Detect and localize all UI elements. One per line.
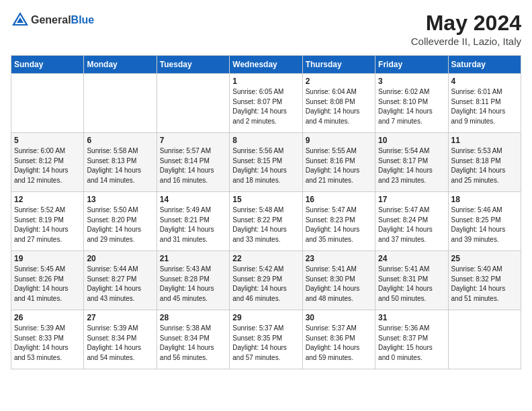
calendar-day-cell: 15Sunrise: 5:48 AMSunset: 8:22 PMDayligh… bbox=[230, 192, 302, 251]
calendar-day-cell: 25Sunrise: 5:40 AMSunset: 8:32 PMDayligh… bbox=[448, 251, 521, 310]
day-info: Sunrise: 6:02 AMSunset: 8:10 PMDaylight:… bbox=[378, 87, 445, 126]
day-number: 5 bbox=[14, 136, 81, 145]
day-number: 13 bbox=[87, 195, 153, 204]
calendar-day-cell: 2Sunrise: 6:04 AMSunset: 8:08 PMDaylight… bbox=[302, 74, 375, 133]
day-number: 18 bbox=[451, 195, 518, 204]
day-info: Sunrise: 5:52 AMSunset: 8:19 PMDaylight:… bbox=[14, 205, 81, 244]
calendar-day-cell: 6Sunrise: 5:58 AMSunset: 8:13 PMDaylight… bbox=[84, 133, 157, 192]
day-info: Sunrise: 5:49 AMSunset: 8:21 PMDaylight:… bbox=[160, 205, 226, 244]
weekday-header-saturday: Saturday bbox=[448, 56, 521, 74]
day-info: Sunrise: 5:36 AMSunset: 8:37 PMDaylight:… bbox=[378, 324, 445, 363]
day-number: 24 bbox=[378, 254, 445, 263]
weekday-header-friday: Friday bbox=[375, 56, 448, 74]
day-number: 8 bbox=[232, 136, 299, 145]
calendar-day-cell: 23Sunrise: 5:41 AMSunset: 8:30 PMDayligh… bbox=[302, 251, 375, 310]
calendar-day-cell: 28Sunrise: 5:38 AMSunset: 8:34 PMDayligh… bbox=[157, 310, 229, 369]
calendar-day-cell: 16Sunrise: 5:47 AMSunset: 8:23 PMDayligh… bbox=[302, 192, 375, 251]
day-number: 2 bbox=[306, 77, 372, 86]
day-info: Sunrise: 5:38 AMSunset: 8:34 PMDaylight:… bbox=[160, 324, 226, 363]
day-number: 28 bbox=[160, 313, 226, 322]
calendar-week-row: 19Sunrise: 5:45 AMSunset: 8:26 PMDayligh… bbox=[11, 251, 521, 310]
day-number: 15 bbox=[232, 195, 299, 204]
day-number: 4 bbox=[451, 77, 518, 86]
day-info: Sunrise: 5:53 AMSunset: 8:18 PMDaylight:… bbox=[451, 146, 518, 185]
day-info: Sunrise: 5:43 AMSunset: 8:28 PMDaylight:… bbox=[160, 265, 226, 304]
calendar-day-cell: 18Sunrise: 5:46 AMSunset: 8:25 PMDayligh… bbox=[448, 192, 521, 251]
day-info: Sunrise: 5:46 AMSunset: 8:25 PMDaylight:… bbox=[451, 205, 518, 244]
logo-icon bbox=[11, 11, 30, 30]
day-info: Sunrise: 6:01 AMSunset: 8:11 PMDaylight:… bbox=[451, 87, 518, 126]
calendar-day-cell: 14Sunrise: 5:49 AMSunset: 8:21 PMDayligh… bbox=[157, 192, 229, 251]
logo-general-text: General bbox=[31, 14, 71, 26]
title-area: May 2024 Colleverde II, Lazio, Italy bbox=[411, 11, 521, 47]
page-header: GeneralBlue May 2024 Colleverde II, Lazi… bbox=[11, 11, 521, 47]
calendar-day-cell: 3Sunrise: 6:02 AMSunset: 8:10 PMDaylight… bbox=[375, 74, 448, 133]
day-info: Sunrise: 5:45 AMSunset: 8:26 PMDaylight:… bbox=[14, 265, 81, 304]
day-number: 29 bbox=[232, 313, 299, 322]
weekday-header-tuesday: Tuesday bbox=[157, 56, 229, 74]
day-number: 21 bbox=[160, 254, 226, 263]
day-number: 23 bbox=[306, 254, 372, 263]
location-subtitle: Colleverde II, Lazio, Italy bbox=[411, 36, 521, 47]
day-info: Sunrise: 5:56 AMSunset: 8:15 PMDaylight:… bbox=[232, 146, 299, 185]
day-number: 11 bbox=[451, 136, 518, 145]
day-info: Sunrise: 5:40 AMSunset: 8:32 PMDaylight:… bbox=[451, 265, 518, 304]
day-number: 12 bbox=[14, 195, 81, 204]
weekday-header-wednesday: Wednesday bbox=[230, 56, 302, 74]
day-info: Sunrise: 5:55 AMSunset: 8:16 PMDaylight:… bbox=[306, 146, 372, 185]
calendar-day-cell: 1Sunrise: 6:05 AMSunset: 8:07 PMDaylight… bbox=[230, 74, 302, 133]
calendar-day-cell: 12Sunrise: 5:52 AMSunset: 8:19 PMDayligh… bbox=[11, 192, 84, 251]
calendar-day-cell: 30Sunrise: 5:37 AMSunset: 8:36 PMDayligh… bbox=[302, 310, 375, 369]
month-title: May 2024 bbox=[411, 11, 521, 36]
day-info: Sunrise: 5:48 AMSunset: 8:22 PMDaylight:… bbox=[232, 205, 299, 244]
day-info: Sunrise: 5:44 AMSunset: 8:27 PMDaylight:… bbox=[87, 265, 153, 304]
calendar-week-row: 1Sunrise: 6:05 AMSunset: 8:07 PMDaylight… bbox=[11, 74, 521, 133]
calendar-day-cell: 9Sunrise: 5:55 AMSunset: 8:16 PMDaylight… bbox=[302, 133, 375, 192]
calendar-table: SundayMondayTuesdayWednesdayThursdayFrid… bbox=[11, 55, 521, 369]
calendar-day-cell: 20Sunrise: 5:44 AMSunset: 8:27 PMDayligh… bbox=[84, 251, 157, 310]
calendar-day-cell: 22Sunrise: 5:42 AMSunset: 8:29 PMDayligh… bbox=[230, 251, 302, 310]
calendar-day-cell: 26Sunrise: 5:39 AMSunset: 8:33 PMDayligh… bbox=[11, 310, 84, 369]
day-info: Sunrise: 5:47 AMSunset: 8:24 PMDaylight:… bbox=[378, 205, 445, 244]
calendar-day-cell: 24Sunrise: 5:41 AMSunset: 8:31 PMDayligh… bbox=[375, 251, 448, 310]
calendar-day-cell: 19Sunrise: 5:45 AMSunset: 8:26 PMDayligh… bbox=[11, 251, 84, 310]
calendar-day-cell: 21Sunrise: 5:43 AMSunset: 8:28 PMDayligh… bbox=[157, 251, 229, 310]
calendar-day-cell bbox=[11, 74, 84, 133]
day-number: 30 bbox=[306, 313, 372, 322]
calendar-day-cell: 27Sunrise: 5:39 AMSunset: 8:34 PMDayligh… bbox=[84, 310, 157, 369]
logo: GeneralBlue bbox=[11, 11, 94, 30]
calendar-day-cell: 10Sunrise: 5:54 AMSunset: 8:17 PMDayligh… bbox=[375, 133, 448, 192]
day-info: Sunrise: 5:47 AMSunset: 8:23 PMDaylight:… bbox=[306, 205, 372, 244]
day-number: 26 bbox=[14, 313, 81, 322]
calendar-day-cell: 7Sunrise: 5:57 AMSunset: 8:14 PMDaylight… bbox=[157, 133, 229, 192]
day-info: Sunrise: 5:50 AMSunset: 8:20 PMDaylight:… bbox=[87, 205, 153, 244]
day-info: Sunrise: 5:57 AMSunset: 8:14 PMDaylight:… bbox=[160, 146, 226, 185]
calendar-week-row: 5Sunrise: 6:00 AMSunset: 8:12 PMDaylight… bbox=[11, 133, 521, 192]
calendar-day-cell: 29Sunrise: 5:37 AMSunset: 8:35 PMDayligh… bbox=[230, 310, 302, 369]
calendar-day-cell: 11Sunrise: 5:53 AMSunset: 8:18 PMDayligh… bbox=[448, 133, 521, 192]
day-info: Sunrise: 5:41 AMSunset: 8:31 PMDaylight:… bbox=[378, 265, 445, 304]
weekday-header-sunday: Sunday bbox=[11, 56, 84, 74]
calendar-day-cell: 8Sunrise: 5:56 AMSunset: 8:15 PMDaylight… bbox=[230, 133, 302, 192]
day-number: 25 bbox=[451, 254, 518, 263]
day-number: 14 bbox=[160, 195, 226, 204]
day-info: Sunrise: 5:58 AMSunset: 8:13 PMDaylight:… bbox=[87, 146, 153, 185]
weekday-header-monday: Monday bbox=[84, 56, 157, 74]
weekday-header-row: SundayMondayTuesdayWednesdayThursdayFrid… bbox=[11, 56, 521, 74]
calendar-day-cell: 31Sunrise: 5:36 AMSunset: 8:37 PMDayligh… bbox=[375, 310, 448, 369]
calendar-day-cell bbox=[448, 310, 521, 369]
day-info: Sunrise: 6:00 AMSunset: 8:12 PMDaylight:… bbox=[14, 146, 81, 185]
day-number: 1 bbox=[232, 77, 299, 86]
day-info: Sunrise: 6:04 AMSunset: 8:08 PMDaylight:… bbox=[306, 87, 372, 126]
day-number: 19 bbox=[14, 254, 81, 263]
calendar-day-cell: 5Sunrise: 6:00 AMSunset: 8:12 PMDaylight… bbox=[11, 133, 84, 192]
day-number: 10 bbox=[378, 136, 445, 145]
day-number: 20 bbox=[87, 254, 153, 263]
day-number: 3 bbox=[378, 77, 445, 86]
calendar-day-cell: 13Sunrise: 5:50 AMSunset: 8:20 PMDayligh… bbox=[84, 192, 157, 251]
calendar-day-cell bbox=[157, 74, 229, 133]
day-info: Sunrise: 5:54 AMSunset: 8:17 PMDaylight:… bbox=[378, 146, 445, 185]
calendar-day-cell bbox=[84, 74, 157, 133]
day-info: Sunrise: 6:05 AMSunset: 8:07 PMDaylight:… bbox=[232, 87, 299, 126]
day-number: 17 bbox=[378, 195, 445, 204]
